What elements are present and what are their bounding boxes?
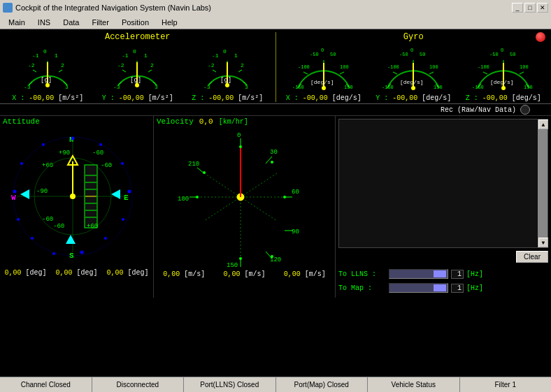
accel-gauge-y: -3 -2 -1 0 1 2 3 [g] — [111, 43, 164, 94]
svg-text:30: 30 — [270, 149, 278, 156]
to-llns-unit: [Hz] — [466, 270, 483, 278]
svg-line-18 — [148, 70, 152, 72]
accel-x-val: -00,00 — [29, 94, 54, 102]
clear-btn-row: Clear — [338, 251, 548, 263]
attitude-compass-svg: N E S W -60 — [3, 126, 143, 266]
to-llns-slider[interactable] — [389, 269, 448, 279]
vel-x-unit: [m/s] — [184, 270, 205, 278]
accel-x-label: X : -00,00 [m/s²] — [12, 94, 83, 102]
svg-point-156 — [271, 161, 273, 164]
attitude-label: Attitude — [3, 117, 150, 126]
svg-text:[deg/s]: [deg/s] — [310, 79, 334, 85]
svg-text:3: 3 — [65, 84, 69, 90]
gyro-z-val: -00,00 — [482, 94, 508, 102]
velocity-gauge-svg: 0 30 60 90 120 150 — [157, 127, 324, 274]
svg-point-101 — [80, 251, 84, 254]
svg-text:150: 150 — [227, 262, 238, 269]
attitude-panel: Attitude N E S W — [0, 116, 154, 298]
accel-y-unit: [m/s²] — [148, 94, 173, 102]
rec-circle[interactable] — [520, 105, 530, 115]
svg-text:[g]: [g] — [220, 77, 231, 84]
to-map-value: 1 — [451, 284, 464, 293]
svg-text:150: 150 — [524, 85, 533, 90]
accel-y-label: Y : -00,00 [m/s²] — [102, 94, 173, 102]
svg-point-88 — [501, 86, 506, 90]
svg-text:0: 0 — [237, 132, 241, 139]
menu-ins[interactable]: INS — [32, 17, 56, 28]
svg-text:150: 150 — [434, 85, 443, 90]
svg-text:-50: -50 — [489, 52, 499, 57]
accelerometer-gauges: -3 -2 -1 0 1 2 3 [g] — [3, 43, 273, 94]
minimize-button[interactable]: _ — [512, 3, 523, 13]
svg-text:100: 100 — [429, 64, 438, 70]
svg-point-97 — [121, 162, 124, 165]
velocity-values: 0,00 [m/s] 0,00 [m/s] 0,00 [m/s] — [154, 270, 335, 278]
to-llns-label: To LLNS : — [338, 270, 386, 278]
svg-text:-2: -2 — [28, 62, 35, 68]
accel-z-unit: [m/s²] — [238, 94, 263, 102]
svg-point-73 — [411, 86, 415, 90]
att-pitch-unit: [deg] — [77, 269, 98, 277]
velocity-header: Velocity 0,0 [km/hr] — [157, 117, 332, 126]
gyro-gauge-x-svg: -150 -100 -50 0 50 100 150 [deg/s] — [292, 43, 355, 94]
accel-gauge-x: -3 -2 -1 0 1 2 3 [g] — [22, 43, 74, 94]
svg-text:-150: -150 — [382, 85, 394, 90]
svg-text:2: 2 — [61, 62, 64, 68]
clear-button[interactable]: Clear — [516, 251, 548, 263]
vel-y-val: 0,00 — [223, 270, 240, 278]
svg-text:E: E — [124, 194, 129, 202]
vel-z-val: 0,00 — [284, 270, 301, 278]
accelerometer-label: Accelerometer — [3, 32, 273, 42]
att-roll-unit: [deg] — [26, 269, 47, 277]
svg-text:-3: -3 — [113, 84, 120, 90]
svg-text:50: 50 — [330, 52, 336, 57]
menu-filter[interactable]: Filter — [86, 17, 114, 28]
svg-point-106 — [20, 162, 23, 165]
to-map-label: To Map : — [338, 284, 386, 292]
svg-marker-126 — [20, 189, 29, 199]
svg-text:-1: -1 — [32, 52, 39, 59]
svg-line-31 — [213, 70, 216, 72]
scroll-down-button[interactable]: ▼ — [538, 238, 548, 247]
svg-text:0: 0 — [501, 48, 503, 53]
accel-z-val: -00,00 — [208, 94, 234, 102]
menu-position[interactable]: Position — [116, 17, 155, 28]
vel-y-unit: [m/s] — [245, 270, 266, 278]
menu-help[interactable]: Help — [156, 17, 183, 28]
status-vehicle: Vehicle Status — [368, 377, 460, 392]
right-panel: ▲ ▼ Clear To LLNS : 1 [Hz] — [336, 116, 551, 298]
velocity-panel: Velocity 0,0 [km/hr] 0 30 60 — [154, 116, 336, 298]
gyro-gauge-y-svg: -150 -100 -50 0 50 100 150 [deg/s] — [382, 43, 445, 94]
svg-point-107 — [42, 143, 45, 146]
scroll-up-button[interactable]: ▲ — [538, 119, 548, 129]
accel-values: X : -00,00 [m/s²] Y : -00,00 [m/s²] Z : … — [3, 94, 273, 102]
svg-line-76 — [483, 72, 487, 74]
svg-point-158 — [271, 255, 273, 258]
att-pitch-val: 0,00 — [55, 269, 72, 277]
svg-text:150: 150 — [344, 85, 353, 90]
svg-line-46 — [303, 72, 308, 74]
to-map-slider[interactable] — [389, 283, 448, 293]
svg-text:60: 60 — [292, 189, 299, 196]
svg-text:0: 0 — [133, 48, 136, 55]
accel-gauge-y-svg: -3 -2 -1 0 1 2 3 [g] — [111, 43, 164, 94]
svg-text:-50: -50 — [310, 52, 319, 57]
svg-line-142 — [266, 252, 272, 259]
menu-main[interactable]: Main — [3, 17, 31, 28]
maximize-button[interactable]: □ — [524, 3, 536, 13]
right-display: ▲ ▼ — [338, 119, 548, 248]
attitude-values: 0,00 [deg] 0,00 [deg] 0,00 [deg] — [0, 269, 153, 277]
svg-text:S: S — [69, 252, 74, 260]
svg-line-78 — [520, 72, 524, 74]
status-port-map: Port(Map) Closed — [276, 377, 368, 392]
close-button[interactable]: ✕ — [537, 3, 548, 13]
window-title: Cockpit of the Integrated Navigation Sys… — [15, 3, 211, 12]
scrollbar: ▲ ▼ — [538, 119, 548, 247]
svg-text:180: 180 — [178, 196, 189, 203]
status-channel: Channel Closed — [0, 377, 92, 392]
menu-data[interactable]: Data — [57, 17, 85, 28]
svg-text:-90: -90 — [36, 188, 48, 195]
svg-point-155 — [239, 145, 242, 148]
svg-point-159 — [239, 257, 242, 260]
svg-text:210: 210 — [188, 161, 199, 168]
